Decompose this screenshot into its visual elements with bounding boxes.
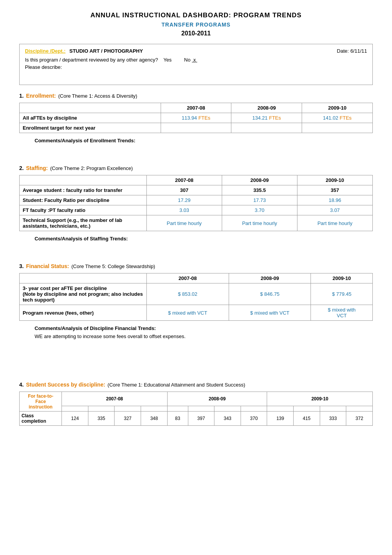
financial-row1-val2: $ 846.75 bbox=[229, 283, 311, 305]
financial-row2-label: Program revenue (fees, other) bbox=[20, 305, 147, 321]
staffing-row3-val1: 3.03 bbox=[146, 205, 222, 215]
ss-y2-c1 bbox=[167, 406, 188, 411]
enrollment-row1-val1: 113.94 FTEs bbox=[161, 113, 231, 123]
staffing-col2: 2008-09 bbox=[222, 175, 297, 185]
enrollment-col3: 2009-10 bbox=[302, 103, 373, 113]
enrollment-number: 1. bbox=[19, 93, 24, 99]
table-row: Average student : faculty ratio for tran… bbox=[20, 185, 373, 195]
enrollment-row1-val3: 141.02 FTEs bbox=[302, 113, 373, 123]
staffing-number: 2. bbox=[19, 165, 24, 171]
enrollment-title: Enrollment: bbox=[26, 93, 56, 99]
staffing-row4-val2: Part time hourly bbox=[222, 215, 297, 231]
enrollment-col1: 2007-08 bbox=[161, 103, 231, 113]
table-row: 3- year cost per aFTE per discipline(Not… bbox=[20, 283, 373, 305]
ss-r1-y2-c2: 397 bbox=[188, 412, 214, 426]
staffing-row2-val1: 17.29 bbox=[146, 195, 222, 205]
enrollment-col0 bbox=[20, 103, 161, 113]
student-success-title: Student Success by discipline: bbox=[26, 382, 105, 388]
student-success-number: 4. bbox=[19, 382, 24, 388]
enrollment-row2-label: Enrollment target for next year bbox=[20, 123, 161, 133]
staffing-row4-val3: Part time hourly bbox=[297, 215, 372, 231]
discipline-label: Discipline /Dept.: bbox=[25, 48, 65, 54]
staffing-row3-val2: 3.70 bbox=[222, 205, 297, 215]
agency-question: Is this program / department reviewed by… bbox=[25, 57, 158, 63]
ss-r1-y2-c3: 343 bbox=[214, 412, 241, 426]
agency-row: Is this program / department reviewed by… bbox=[25, 57, 367, 63]
date-label: Date: bbox=[337, 48, 349, 54]
enrollment-row1-label: All aFTEs by discipline bbox=[20, 113, 161, 123]
ss-r1-y1-c1: 124 bbox=[62, 412, 88, 426]
spacer bbox=[19, 343, 373, 374]
financial-section-header: 3. Financial Status: (Core Theme 5: Coll… bbox=[19, 263, 373, 269]
enrollment-col2: 2008-09 bbox=[231, 103, 302, 113]
ss-y1-c2 bbox=[88, 406, 115, 411]
staffing-col0 bbox=[20, 175, 147, 185]
financial-row2-val1: $ mixed with VCT bbox=[146, 305, 229, 321]
yes-blank bbox=[173, 57, 183, 63]
ss-col-label: For face-to-Faceinstruction bbox=[20, 392, 62, 412]
ss-y1-c1 bbox=[62, 406, 88, 411]
ss-r1-y1-c3: 327 bbox=[115, 412, 141, 426]
ss-y2-c2 bbox=[188, 406, 214, 411]
enrollment-row2-val3 bbox=[302, 123, 373, 133]
ss-r1-y3-c1: 139 bbox=[267, 412, 294, 426]
ss-r1-y3-c2: 415 bbox=[294, 412, 320, 426]
staffing-row1-val3: 357 bbox=[297, 185, 372, 195]
ss-y3-c2 bbox=[294, 406, 320, 411]
financial-title: Financial Status: bbox=[26, 263, 69, 269]
financial-table: 2007-08 2008-09 2009-10 3- year cost per… bbox=[19, 273, 373, 321]
enrollment-comments-space bbox=[19, 146, 373, 157]
please-describe: Please describe: bbox=[25, 64, 367, 70]
ss-y2-c4 bbox=[241, 406, 267, 411]
table-row: All aFTEs by discipline 113.94 FTEs 134.… bbox=[20, 113, 373, 123]
date-value: 6/11/11 bbox=[350, 48, 367, 54]
staffing-col3: 2009-10 bbox=[297, 175, 372, 185]
staffing-row1-val1: 307 bbox=[146, 185, 222, 195]
no-label: No bbox=[184, 57, 191, 63]
discipline-left: Discipline /Dept.: STUDIO ART / PHOTOGRA… bbox=[25, 48, 143, 54]
table-row: Technical Support (e.g., the number of l… bbox=[20, 215, 373, 231]
staffing-row3-label: FT faculty :PT faculty ratio bbox=[20, 205, 147, 215]
financial-col2: 2008-09 bbox=[229, 273, 311, 283]
student-success-table: For face-to-Faceinstruction 2007-08 2008… bbox=[19, 392, 373, 426]
student-success-desc: (Core Theme 1: Educational Attainment an… bbox=[108, 382, 245, 388]
financial-row2-val3: $ mixed withVCT bbox=[311, 305, 373, 321]
table-row: Classcompletion 124 335 327 348 83 397 3… bbox=[20, 412, 373, 426]
ss-y3-c3 bbox=[320, 406, 346, 411]
describe-space bbox=[25, 70, 367, 81]
enrollment-table: 2007-08 2008-09 2009-10 All aFTEs by dis… bbox=[19, 103, 373, 133]
financial-comments-label: Comments/Analysis of Discipline Financia… bbox=[19, 325, 373, 331]
financial-row1-val1: $ 853.02 bbox=[146, 283, 229, 305]
ss-y1-c4 bbox=[141, 406, 168, 411]
enrollment-comments-label: Comments/Analysis of Enrollment Trends: bbox=[19, 138, 373, 143]
enrollment-section-header: 1. Enrollment: (Core Theme 1: Access & D… bbox=[19, 93, 373, 99]
sub-title: TRANSFER PROGRAMS bbox=[19, 22, 373, 28]
ss-year1: 2007-08 bbox=[62, 392, 167, 406]
year-title: 2010-2011 bbox=[19, 30, 373, 37]
ss-y1-c3 bbox=[115, 406, 141, 411]
ss-r1-y2-c1: 83 bbox=[167, 412, 188, 426]
staffing-row2-val3: 18.96 bbox=[297, 195, 372, 205]
staffing-row2-val2: 17.73 bbox=[222, 195, 297, 205]
enrollment-row2-val2 bbox=[231, 123, 302, 133]
financial-number: 3. bbox=[19, 263, 24, 269]
ss-row1-label: Classcompletion bbox=[20, 412, 62, 426]
staffing-row1-label: Average student : faculty ratio for tran… bbox=[20, 185, 147, 195]
staffing-title: Staffing: bbox=[26, 165, 48, 171]
staffing-col1: 2007-08 bbox=[146, 175, 222, 185]
ss-year3: 2009-10 bbox=[267, 392, 373, 406]
main-title: ANNUAL INSTRUCTIONAL DASHBOARD: PROGRAM … bbox=[19, 12, 373, 19]
staffing-section-header: 2. Staffing: (Core Theme 2: Program Exce… bbox=[19, 165, 373, 171]
staffing-row4-label: Technical Support (e.g., the number of l… bbox=[20, 215, 147, 231]
staffing-row1-val2: 335.5 bbox=[222, 185, 297, 195]
financial-comments-text: WE are attempting to increase some fees … bbox=[19, 333, 373, 339]
financial-col0 bbox=[20, 273, 147, 283]
financial-row1-label: 3- year cost per aFTE per discipline(Not… bbox=[20, 283, 147, 305]
ss-r1-y2-c4: 370 bbox=[241, 412, 267, 426]
staffing-row4-val1: Part time hourly bbox=[146, 215, 222, 231]
financial-col1: 2007-08 bbox=[146, 273, 229, 283]
for-face-label: For face-to-Faceinstruction bbox=[28, 393, 53, 410]
ss-r1-y1-c4: 348 bbox=[141, 412, 168, 426]
ss-r1-y1-c2: 335 bbox=[88, 412, 115, 426]
table-row: Program revenue (fees, other) $ mixed wi… bbox=[20, 305, 373, 321]
